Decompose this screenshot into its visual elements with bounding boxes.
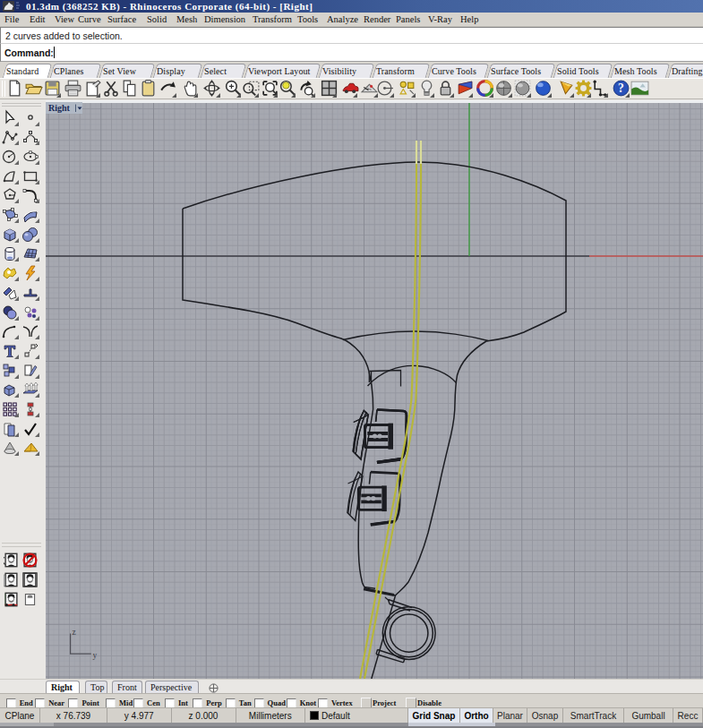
svg-text:Right: Right xyxy=(48,103,71,113)
svg-text:y: y xyxy=(93,651,98,660)
svg-text:z: z xyxy=(73,628,76,637)
svg-text:?: ? xyxy=(618,81,624,95)
